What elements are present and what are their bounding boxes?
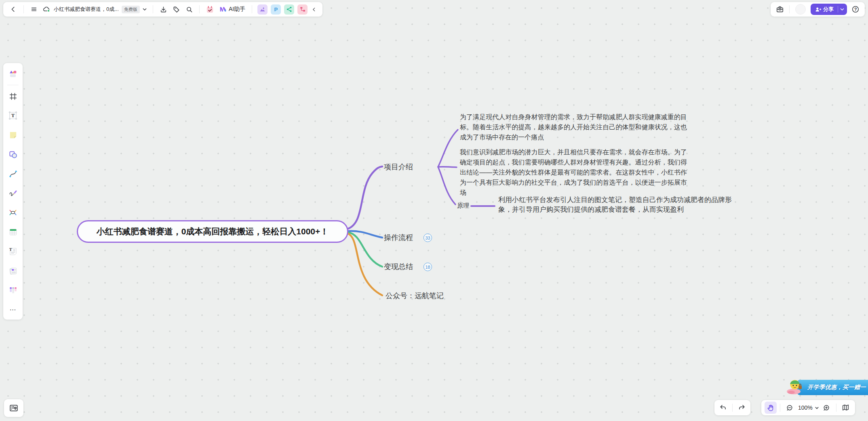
letter-t-glyph: T (11, 112, 15, 119)
divider (199, 5, 200, 13)
ai-assistant-button[interactable]: AI助手 (217, 3, 248, 15)
ai-assistant-label: AI助手 (229, 6, 245, 13)
mindmap-branches (0, 0, 868, 421)
mascot-icon (786, 377, 805, 396)
export-download-button[interactable] (157, 3, 169, 15)
history-panel (714, 400, 750, 415)
templates-tool[interactable] (6, 67, 20, 81)
calendar-icon[interactable] (204, 3, 216, 15)
document-title[interactable]: 小红书减肥食谱赛道，0成... (54, 6, 118, 13)
title-chevron-down-icon[interactable] (141, 3, 149, 15)
divider (838, 6, 838, 13)
toolbox-button[interactable] (774, 3, 786, 15)
search-button[interactable] (183, 3, 195, 15)
flowchart-tool-icon[interactable] (297, 4, 308, 15)
kanban-tool[interactable] (6, 283, 20, 297)
promo-text: 开学季优惠，买一赠一 (797, 384, 866, 391)
mindmap-tool[interactable] (6, 206, 20, 219)
table-tool[interactable] (6, 225, 20, 239)
zoom-in-button[interactable] (821, 402, 833, 414)
text-tool[interactable]: T (6, 109, 20, 122)
sticky-note-tool[interactable] (6, 128, 20, 142)
more-tools-button[interactable]: ⋯ (6, 303, 20, 316)
zoom-level-value[interactable]: 100% (798, 404, 813, 411)
divider (836, 404, 836, 412)
topbar-right-panel: 分享 ? (771, 2, 865, 17)
divider (789, 5, 790, 13)
tag-button[interactable] (170, 3, 182, 15)
undo-button[interactable] (717, 402, 729, 414)
document-tool[interactable]: T (6, 244, 20, 258)
zoom-chevron-down-icon[interactable] (813, 402, 821, 414)
share-button-label: 分享 (823, 6, 834, 13)
mindmap-root-node[interactable]: 小红书减肥食谱赛道，0成本高回报靠搬运，轻松日入1000+！ (77, 220, 348, 243)
intro-child-line-2 (438, 167, 457, 167)
add-user-icon (815, 6, 822, 13)
topbar-left-panel: 小红书减肥食谱赛道，0成... 免费版 AI助手 (3, 2, 322, 17)
tool-sidebar: T (3, 63, 23, 320)
image-tool-icon[interactable] (257, 4, 268, 15)
collapsed-count-badge[interactable]: 33 (423, 234, 432, 242)
divider (252, 5, 252, 13)
help-glyph: ? (854, 7, 857, 12)
frame-tool[interactable] (6, 89, 20, 103)
card-notes-tool[interactable] (6, 264, 20, 278)
share-chevron-down-icon[interactable] (840, 7, 845, 12)
hand-tool-button[interactable] (765, 402, 777, 414)
minimap-button[interactable] (4, 399, 23, 417)
node-monetize-summary[interactable]: 变现总结 (384, 262, 413, 272)
intro-child-line-3 (438, 167, 455, 204)
cloud-sync-icon (41, 3, 53, 15)
node-project-intro[interactable]: 项目介绍 (384, 162, 413, 172)
divider (153, 5, 153, 13)
divider (780, 404, 780, 412)
divider (732, 404, 733, 412)
redo-button[interactable] (736, 402, 748, 414)
node-principle-text[interactable]: 利用小红书平台发布引人注目的图文笔记，塑造自己作为成功减肥者的品牌形象，并引导用… (498, 195, 736, 215)
root-node-label: 小红书减肥食谱赛道，0成本高回报靠搬运，轻松日入1000+！ (97, 226, 329, 237)
ai-logo-icon (219, 5, 227, 13)
view-controls-panel: 100% (761, 400, 855, 415)
user-avatar[interactable] (795, 4, 806, 15)
help-button[interactable]: ? (849, 3, 862, 15)
pen-tool[interactable] (6, 186, 20, 200)
presentation-tool-icon[interactable]: P (271, 4, 281, 15)
more-dots-glyph: ⋯ (10, 306, 17, 314)
zoom-out-button[interactable] (784, 402, 796, 414)
share-button[interactable]: 分享 (811, 4, 847, 15)
minimap-icon (9, 403, 19, 413)
main-menu-button[interactable] (28, 3, 40, 15)
node-principle[interactable]: 原理 (457, 202, 469, 210)
letter-p-glyph: P (274, 6, 278, 13)
overview-map-button[interactable] (840, 402, 852, 414)
divider (23, 5, 24, 13)
back-button[interactable] (7, 3, 19, 15)
node-official-account[interactable]: 公众号：远航笔记 (386, 291, 444, 301)
collapsed-count-badge[interactable]: 18 (423, 263, 432, 271)
node-operation-flow[interactable]: 操作流程 (384, 233, 413, 242)
divider (7, 85, 19, 85)
plan-badge: 免费版 (122, 6, 140, 13)
branch-line-intro (348, 166, 382, 229)
shapes-tool[interactable] (6, 147, 20, 161)
connector-tool[interactable] (6, 167, 20, 181)
node-intro-paragraph-2[interactable]: 我们意识到减肥市场的潜力巨大，并且相信只要存在需求，就会存在市场。为了确定项目的… (460, 147, 687, 198)
hand-icon (767, 404, 775, 412)
doc-letter-t-glyph: T (9, 247, 12, 252)
share-link-tool-icon[interactable] (284, 4, 294, 15)
promo-banner[interactable]: 开学季优惠，买一赠一 (797, 380, 868, 395)
node-intro-paragraph-1[interactable]: 为了满足现代人对自身身材管理的需求，致力于帮助减肥人群实现健康减重的目标。随着生… (460, 112, 687, 142)
collapse-toolbar-button[interactable] (310, 3, 318, 15)
intro-child-line-1 (438, 130, 458, 167)
